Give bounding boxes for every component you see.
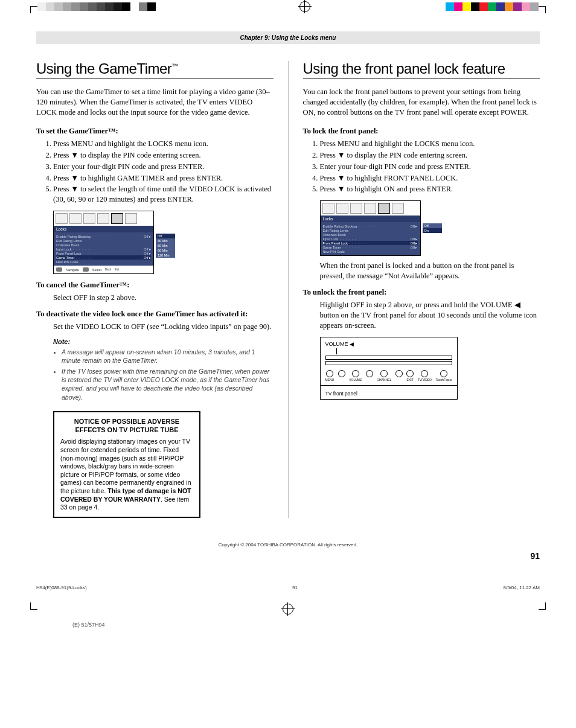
step-item: Press ▼ to highlight ON and press ENTER. xyxy=(320,184,540,194)
notice-body: Avoid displaying stationary images on yo… xyxy=(60,438,191,511)
menu-row: Enable Rating Blocking · · · · · · Off ▸ xyxy=(323,224,418,228)
foot-navigate: Navigate xyxy=(66,268,79,272)
pointer-line xyxy=(336,348,337,354)
panel-button: TV/VIDEO xyxy=(418,370,432,382)
note-item: A message will appear on-screen when 10 … xyxy=(62,348,274,365)
notice-title: NOTICE OF POSSIBLE ADVERSE EFFECTS ON TV… xyxy=(60,417,193,435)
menu-tab-icon xyxy=(392,203,404,214)
section-title-gametimer: Using the GameTimer™ xyxy=(36,61,274,78)
step-item: Press ▼ to highlight GAME TIMER and pres… xyxy=(53,173,274,184)
page-content: Chapter 9: Using the Locks menu Using th… xyxy=(36,31,540,561)
color-bar xyxy=(446,2,539,11)
unlock-text: Highlight OFF in step 2 above, or press … xyxy=(320,300,540,331)
menu-tabs xyxy=(321,201,420,216)
note-list: A message will appear on-screen when 10 … xyxy=(53,348,274,401)
crop-mark-icon xyxy=(539,0,552,13)
panel-button xyxy=(338,370,345,382)
menu-body: Off30 Min60 Min90 Min120 Min Enable Rati… xyxy=(54,232,153,266)
subhead-set-gametimer: To set the GameTimer™: xyxy=(36,126,274,136)
step-item: Press MENU and highlight the LOCKS menu … xyxy=(53,139,274,149)
submenu-item: 90 Min xyxy=(156,248,175,253)
panel-button xyxy=(395,370,403,382)
menu-footer: Navigate Select Back Exit xyxy=(54,266,153,273)
steps-list: Press MENU and highlight the LOCKS menu … xyxy=(303,139,540,194)
foot-select: Select xyxy=(92,268,101,272)
column-divider xyxy=(288,61,289,518)
after-menu-text: When the front panel is locked and a but… xyxy=(320,261,540,281)
menu-row: Input Lock · · · · · · Off ▸ xyxy=(56,247,151,251)
crop-mark-icon xyxy=(24,0,37,13)
step-item: Press ▼ to select the length of time unt… xyxy=(53,184,274,205)
step-item: Press ▼ to display the PIN code entering… xyxy=(320,150,540,161)
intro-paragraph: You can use the GameTimer to set a time … xyxy=(36,87,274,118)
panel-bars xyxy=(325,356,452,365)
chapter-header: Chapter 9: Using the Locks menu xyxy=(36,31,540,44)
menu-tab-locks-icon xyxy=(111,213,123,224)
step-item: Enter your four-digit PIN code and press… xyxy=(53,162,274,172)
page-number: 91 xyxy=(36,551,540,561)
subhead-lock-panel: To lock the front panel: xyxy=(303,126,540,136)
foot-back: Back xyxy=(105,268,111,271)
cancel-text: Select OFF in step 2 above. xyxy=(53,293,274,303)
slug-page: 91 xyxy=(292,585,298,590)
menu-row: New PIN Code xyxy=(323,249,418,254)
slug-date: 8/5/04, 11:22 AM xyxy=(504,585,540,590)
crop-mark-icon xyxy=(24,602,37,616)
title-text: Using the GameTimer xyxy=(36,60,171,77)
menu-row: Game Timer · · · · · · Off ▸ xyxy=(56,255,151,260)
menu-tab-icon xyxy=(350,203,362,214)
submenu-item: 30 Min xyxy=(156,238,175,243)
osd-menu-frontpanel: Locks OffOn Enable Rating Blocking · · ·… xyxy=(320,200,421,256)
tv-front-panel-diagram: VOLUME ◀ MENUVOLUMECHANNELEXITTV/VIDEOTo… xyxy=(320,337,458,400)
intro-paragraph: You can lock the front panel buttons to … xyxy=(303,87,540,118)
tm-mark: ™ xyxy=(171,62,178,69)
submenu-item: Off xyxy=(156,234,175,238)
menu-tab-icon xyxy=(56,213,68,224)
panel-button: CHANNEL xyxy=(377,370,391,382)
menu-tab-icon xyxy=(97,213,109,224)
submenu-item: On xyxy=(423,228,442,233)
menu-tab-icon xyxy=(125,213,137,224)
menu-tabs xyxy=(54,211,153,226)
step-item: Press MENU and highlight the LOCKS menu … xyxy=(320,139,540,149)
panel-button: VOLUME xyxy=(349,370,362,382)
submenu-item: 60 Min xyxy=(156,243,175,248)
menu-tab-locks-icon xyxy=(378,203,390,214)
warranty-notice-box: NOTICE OF POSSIBLE ADVERSE EFFECTS ON TV… xyxy=(53,411,200,518)
menu-row: Edit Rating Limits xyxy=(56,238,151,243)
menu-tab-icon xyxy=(322,203,334,214)
menu-title: Locks xyxy=(54,226,153,232)
print-registration-bottom xyxy=(0,596,576,622)
nav-icon xyxy=(56,267,62,272)
menu-row: Game Timer · · · · · · Off ▸ xyxy=(323,245,418,249)
menu-row: Input Lock · · · · · · Off ▸ xyxy=(323,237,418,241)
menu-tab-icon xyxy=(69,213,82,224)
menu-tab-icon xyxy=(83,213,95,224)
note-heading: Note: xyxy=(53,338,274,345)
step-item: Enter your four-digit PIN code and press… xyxy=(320,162,540,172)
grayscale-bar xyxy=(37,2,164,11)
panel-divider xyxy=(321,385,457,386)
copyright-line: Copyright © 2004 TOSHIBA CORPORATION. Al… xyxy=(36,542,540,548)
menu-row: Enable Rating Blocking · · · · · · Off ▸ xyxy=(56,234,151,238)
menu-body: OffOn Enable Rating Blocking · · · · · ·… xyxy=(321,222,420,255)
menu-row: Front Panel Lock · · · · · · Off ▸ xyxy=(323,241,418,245)
submenu-item: Off xyxy=(423,223,442,228)
notice-text-1: Avoid displaying stationary images on yo… xyxy=(60,438,191,494)
steps-list: Press MENU and highlight the LOCKS menu … xyxy=(36,139,274,205)
menu-row: New PIN Code xyxy=(56,260,151,264)
menu-title: Locks xyxy=(321,216,420,222)
panel-button: TouchFocus xyxy=(435,370,452,382)
menu-row: Edit Rating Limits xyxy=(323,228,418,232)
panel-button: MENU xyxy=(325,370,334,382)
crop-mark-icon xyxy=(539,602,552,616)
submenu-item: 120 Min xyxy=(156,253,175,258)
subhead-unlock: To unlock the front panel: xyxy=(303,287,540,298)
submenu-options: OffOn xyxy=(423,223,442,233)
submenu-options: Off30 Min60 Min90 Min120 Min xyxy=(156,234,175,258)
registration-mark-icon xyxy=(283,604,293,615)
menu-tab-icon xyxy=(364,203,376,214)
menu-row: Channels Block xyxy=(323,232,418,237)
foot-exit: Exit xyxy=(115,268,120,271)
menu-row: Channels Block xyxy=(56,243,151,247)
